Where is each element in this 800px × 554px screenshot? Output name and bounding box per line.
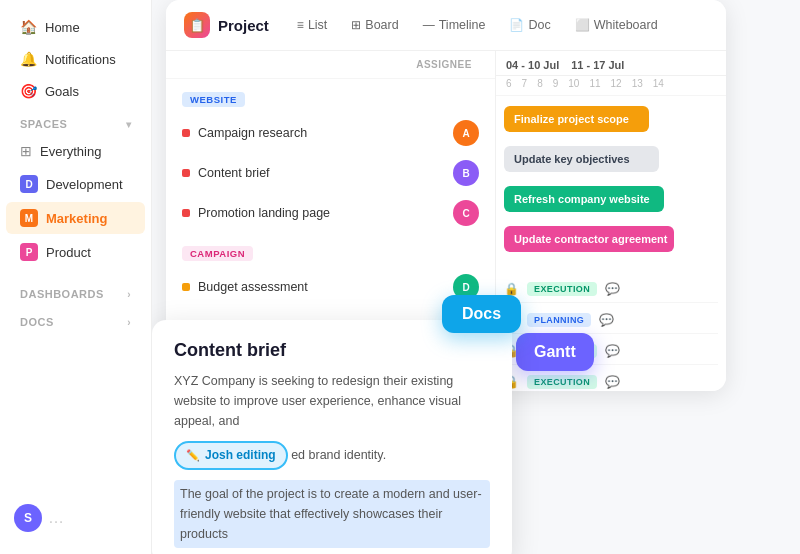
sidebar-item-label: Notifications (45, 52, 116, 67)
sidebar-item-development[interactable]: D Development (6, 168, 145, 200)
avatar: C (453, 200, 479, 226)
sidebar-item-notifications[interactable]: 🔔 Notifications (6, 44, 145, 74)
sidebar-item-goals[interactable]: 🎯 Goals (6, 76, 145, 106)
sidebar-item-label: Marketing (46, 211, 107, 226)
task-dot (182, 209, 190, 217)
space-dot-dev: D (20, 175, 38, 193)
task-row[interactable]: Content brief B (166, 153, 495, 193)
day: 14 (653, 78, 664, 89)
task-row[interactable]: Promotion landing page C (166, 193, 495, 233)
day: 8 (537, 78, 543, 89)
gantt-header: 04 - 10 Jul 11 - 17 Jul (496, 51, 726, 76)
sidebar: 🏠 Home 🔔 Notifications 🎯 Goals Spaces ▾ … (0, 0, 152, 554)
sidebar-item-label: Product (46, 245, 91, 260)
docs-highlighted-paragraph: The goal of the project is to create a m… (174, 480, 490, 548)
docs-paragraph: ✏️ Josh editing ed brand identity. (174, 437, 490, 474)
nav-tabs: ≡ List ⊞ Board — Timeline 📄 Doc ⬜ Whi (287, 13, 668, 37)
gantt-bar: Refresh company website (504, 186, 664, 212)
sidebar-item-home[interactable]: 🏠 Home (6, 12, 145, 42)
week1-label: 04 - 10 Jul (506, 59, 559, 71)
docs-section[interactable]: Docs › (0, 306, 151, 332)
website-section: WEBSITE (166, 79, 495, 113)
sidebar-item-label: Home (45, 20, 80, 35)
day: 12 (611, 78, 622, 89)
status-badge: EXECUTION (527, 375, 597, 389)
sidebar-item-label: Goals (45, 84, 79, 99)
task-label: Promotion landing page (198, 206, 445, 220)
tab-timeline[interactable]: — Timeline (413, 13, 496, 37)
docs-badge: Docs (442, 295, 521, 333)
doc-icon: 📄 (509, 18, 524, 32)
avatar: S (14, 504, 42, 532)
gantt-bars: Finalize project scope Update key object… (496, 96, 726, 262)
gantt-area: 04 - 10 Jul 11 - 17 Jul 6 7 8 9 10 11 12… (496, 51, 726, 391)
gantt-days: 6 7 8 9 10 11 12 13 14 (496, 76, 726, 96)
docs-text: The goal of the project is to create a m… (180, 487, 482, 541)
col-headers: ASSIGNEE (166, 51, 495, 79)
sidebar-item-label: Development (46, 177, 123, 192)
timeline-icon: — (423, 18, 435, 32)
status-row: 🔒 EXECUTION 💬 (504, 276, 718, 303)
tab-list[interactable]: ≡ List (287, 13, 337, 37)
pencil-icon: ✏️ (186, 447, 200, 465)
chat-icon: 💬 (599, 313, 614, 327)
home-icon: 🏠 (20, 19, 37, 35)
avatar: B (453, 160, 479, 186)
main-area: 📋 Project ≡ List ⊞ Board — Timeline 📄 (152, 0, 800, 554)
sidebar-item-label: Everything (40, 144, 101, 159)
col-assignee-header: ASSIGNEE (409, 59, 479, 70)
day: 11 (589, 78, 600, 89)
goals-icon: 🎯 (20, 83, 37, 99)
week2-label: 11 - 17 Jul (571, 59, 624, 71)
chevron-icon: ▾ (126, 119, 132, 130)
col-task-header (182, 59, 409, 70)
avatar: A (453, 120, 479, 146)
docs-card: Content brief XYZ Company is seeking to … (152, 320, 512, 554)
sidebar-item-marketing[interactable]: M Marketing (6, 202, 145, 234)
task-dot (182, 283, 190, 291)
grid-icon: ⊞ (20, 143, 32, 159)
docs-paragraph: XYZ Company is seeking to redesign their… (174, 371, 490, 431)
tab-whiteboard[interactable]: ⬜ Whiteboard (565, 13, 668, 37)
day: 9 (553, 78, 559, 89)
tab-doc[interactable]: 📄 Doc (499, 13, 560, 37)
gantt-tooltip: Gantt (516, 333, 594, 371)
whiteboard-icon: ⬜ (575, 18, 590, 32)
website-badge: WEBSITE (182, 92, 245, 107)
dashboards-section[interactable]: Dashboards › (0, 278, 151, 304)
docs-title: Content brief (174, 340, 490, 361)
project-icon: 📋 (184, 12, 210, 38)
docs-content: Content brief XYZ Company is seeking to … (152, 320, 512, 554)
status-row: 🔒 PLANNING 💬 (504, 307, 718, 334)
campaign-section: CAMPAIGN (166, 233, 495, 267)
ellipsis-icon: … (48, 509, 64, 527)
status-rows: 🔒 EXECUTION 💬 🔒 PLANNING 💬 🔒 EXECUTION 💬 (496, 272, 726, 391)
status-row: 🔒 EXECUTION 💬 (504, 369, 718, 391)
docs-text: ed brand identity. (291, 448, 386, 462)
gantt-bar: Finalize project scope (504, 106, 649, 132)
task-label: Campaign research (198, 126, 445, 140)
gantt-bar-row: Update key objectives (504, 144, 718, 174)
gantt-bar-row: Update contractor agreement (504, 224, 718, 254)
sidebar-item-everything[interactable]: ⊞ Everything (6, 136, 145, 166)
sidebar-user[interactable]: S … (0, 494, 151, 542)
task-label: Content brief (198, 166, 445, 180)
task-dot (182, 129, 190, 137)
josh-editing-badge: ✏️ Josh editing (174, 441, 288, 470)
list-icon: ≡ (297, 18, 304, 32)
sidebar-item-product[interactable]: P Product (6, 236, 145, 268)
task-label: Budget assessment (198, 280, 445, 294)
project-header: 📋 Project ≡ List ⊞ Board — Timeline 📄 (166, 0, 726, 51)
chevron-icon: › (127, 289, 131, 300)
tab-board[interactable]: ⊞ Board (341, 13, 408, 37)
gantt-bar: Update contractor agreement (504, 226, 674, 252)
project-title-area: 📋 Project (184, 12, 269, 38)
chevron-icon: › (127, 317, 131, 328)
gantt-bar-row: Finalize project scope (504, 104, 718, 134)
task-row[interactable]: Campaign research A (166, 113, 495, 153)
docs-body: XYZ Company is seeking to redesign their… (174, 371, 490, 548)
project-title: Project (218, 17, 269, 34)
day: 7 (522, 78, 528, 89)
chat-icon: 💬 (605, 282, 620, 296)
day: 10 (568, 78, 579, 89)
